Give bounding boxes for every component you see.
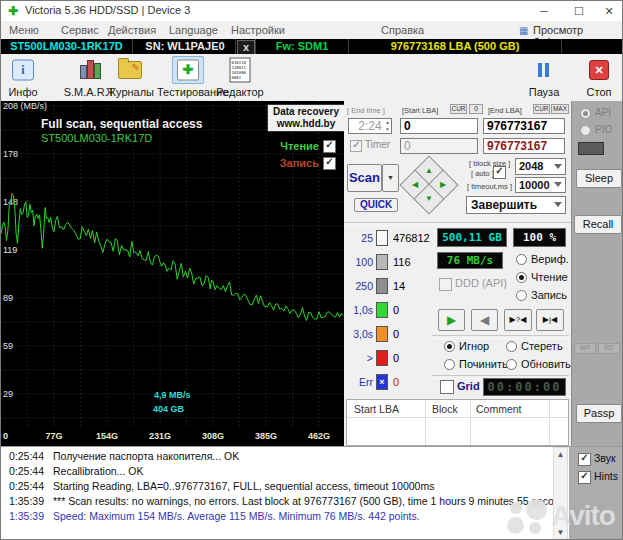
menu-item-3[interactable]: Действия [108,24,156,36]
spinner-arrows-icon[interactable]: ▲▼ [385,119,390,133]
activity-indicator [578,142,604,155]
scan-dropdown-button[interactable]: ▼ [382,164,399,192]
counter-label: > [340,352,373,364]
menu-item-1[interactable]: Меню [9,24,39,36]
app-cross-icon: ✚ [8,4,18,18]
journals-button[interactable]: ✎ Журналы [104,56,156,100]
counter-color-block [376,254,388,270]
radio-read-label: Чтение [531,271,568,283]
radio-ignore-label: Игнор [459,340,489,352]
api-radio[interactable] [580,108,591,119]
counter-label: 250 [340,280,373,292]
start-test-button[interactable]: ▶ [438,309,465,331]
start-lba-input[interactable]: 0 [400,118,478,134]
menu-item-4[interactable]: Language [169,24,218,36]
timer-checkbox[interactable] [350,140,362,152]
x-tick-label: 0 [3,431,8,441]
back-button[interactable]: ◀ [471,309,498,331]
log-side-panel: Звук Hints [569,446,623,540]
radio-read[interactable] [516,272,527,283]
counter-value: 0 [393,304,399,316]
auto-checkbox[interactable] [493,166,506,179]
start-lba-cur-button[interactable]: CUR [450,104,467,114]
binary-doc-icon: 0101101100111010000001 [230,58,251,83]
sound-checkbox[interactable] [578,453,591,466]
block-size-select[interactable]: 2048 [515,158,566,175]
recall-button[interactable]: Recall [574,215,622,234]
x-tick-label: 308G [202,431,224,441]
skip-block-button[interactable]: ▶|◀ [536,309,564,331]
menu-item-2[interactable]: Сервис [61,24,99,36]
legend-write-checkbox[interactable] [323,157,336,170]
end-time-spinner[interactable]: 2:24 ▲▼ [348,118,392,134]
editor-button[interactable]: 0101101100111010000001 Редактор [214,56,266,100]
pio-radio[interactable] [580,125,591,136]
api-radio-label: API [595,107,611,118]
ddd-api-checkbox[interactable] [439,278,452,291]
wr-button[interactable]: WR [574,343,596,354]
end-lba-input-2[interactable]: 976773167 [483,138,565,154]
passp-button[interactable]: Passp [576,404,622,423]
info-button[interactable]: i Инфо [1,56,45,100]
defect-table[interactable]: Start LBA Block Comment [346,399,569,446]
start-lba-label: [Start LBA] [402,106,438,115]
counter-value: 0 [393,328,399,340]
timer-input[interactable]: 0 [400,138,478,154]
device-x-button[interactable]: x [237,40,255,55]
radio-ignore[interactable] [444,341,455,352]
maximize-button[interactable]: ☐ [564,1,594,21]
log-line-text: Recallibration... OK [53,465,143,477]
sleep-button[interactable]: Sleep [576,169,622,188]
log-line-text: Speed: Maximum 154 MB/s. Average 115 MB/… [53,510,420,522]
stop-button[interactable]: ✕ Стоп [577,56,621,100]
radio-repair[interactable] [444,359,455,370]
timeout-label: [ timeout,ms ] [467,182,512,191]
scan-button[interactable]: Scan [347,164,382,192]
radio-write[interactable] [516,290,527,301]
pio-radio-label: PIO [595,124,612,135]
hints-checkbox[interactable] [578,471,591,484]
timeout-select[interactable]: 10000 [515,177,566,193]
radio-verify[interactable] [516,254,527,265]
y-tick-label: 208 (MB/s) [3,101,47,111]
legend-read-checkbox[interactable] [323,140,336,153]
scroll-up-icon[interactable]: ▲ [554,448,567,461]
start-lba-zero-button[interactable]: 0 [469,104,483,114]
counter-label: 25 [340,232,373,244]
end-lba-input[interactable]: 976773167 [483,118,565,134]
log-panel[interactable]: 0:25:44Получение паспорта накопителя... … [1,446,569,540]
menu-item-6[interactable]: Справка [381,24,424,36]
scroll-down-icon[interactable]: ▼ [554,526,567,539]
pause-button[interactable]: Пауза [521,56,567,100]
grid-checkbox[interactable] [440,380,454,394]
radio-erase[interactable] [506,341,517,352]
log-line-time: 0:25:44 [9,465,44,477]
log-scrollbar[interactable]: ▲ ▼ [553,447,568,540]
end-lba-max-button[interactable]: MAX [551,104,569,114]
end-time-label: [ End time ] [347,106,385,115]
log-line-time: 1:35:39 [9,495,44,507]
hints-label: Hints [594,470,618,482]
smart-icon [79,61,99,79]
chevron-down-icon [554,202,562,207]
close-button[interactable]: ✕ [594,1,623,21]
skip-error-button[interactable]: ▶?◀ [504,309,532,331]
menu-item-5[interactable]: Настройки [231,24,285,36]
minimize-button[interactable]: ─ [529,1,559,21]
testing-button[interactable]: ✚ Тестирование [157,56,219,100]
device-serial: SN: WL1PAJE0 [135,40,235,53]
quick-button[interactable]: QUICK [354,198,398,212]
counter-color-block [376,230,388,246]
radio-verify-label: Вериф. [531,253,569,265]
stop-icon: ✕ [589,60,609,80]
device-firmware: Fw: SDM1 [256,40,348,53]
radio-refresh-label: Обновить [521,358,571,370]
rd-button[interactable]: RD [598,343,620,354]
x-tick-label: 77G [45,431,62,441]
window-title: Victoria 5.36 HDD/SSD | Device 3 [25,4,190,16]
radio-refresh[interactable] [506,359,517,370]
lcd-timer: 00:00:00 [483,378,566,396]
speed-graph[interactable]: 208 (MB/s)178148119895929077G154G231G308… [1,101,344,446]
end-lba-cur-button[interactable]: CUR [533,104,550,114]
end-action-select[interactable]: Завершить [466,196,566,214]
